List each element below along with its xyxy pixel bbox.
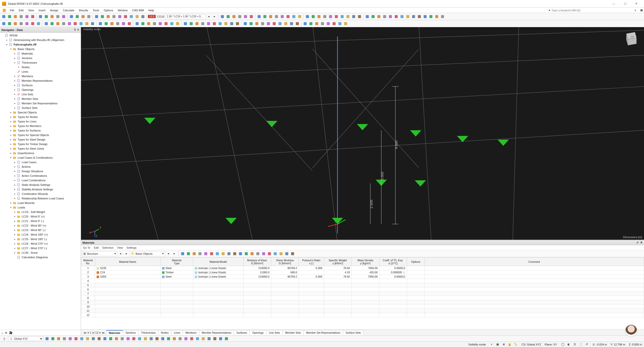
table-nav2-next-button[interactable]: ▸ — [172, 251, 177, 256]
tb2-a-btn-5[interactable] — [30, 21, 35, 26]
menu-tools[interactable]: Tools — [90, 8, 101, 13]
tree-types-for-steel-joints[interactable]: ▸Types for Steel Joints — [0, 146, 81, 151]
tb-extra-btn-11[interactable] — [428, 14, 434, 19]
table-nav-next-button[interactable]: ▸ — [124, 251, 129, 256]
tb-results-btn-5[interactable] — [249, 14, 254, 19]
tb-file-btn-2[interactable] — [13, 14, 18, 19]
menu-help[interactable]: Help — [146, 8, 156, 13]
bb-btn-8[interactable] — [91, 336, 96, 341]
tb-results-btn-2[interactable] — [231, 14, 237, 19]
tree-members[interactable]: ▸Members — [0, 74, 81, 78]
tb2-d-btn-4[interactable] — [157, 21, 163, 26]
tb-edit-btn-0[interactable] — [38, 14, 43, 19]
tb-filter-btn-8[interactable] — [351, 14, 356, 19]
menu-file[interactable]: File — [8, 8, 17, 13]
table-menu-selection[interactable]: Selection — [102, 246, 113, 249]
tree-special-objects[interactable]: ▸Special Objects — [0, 110, 81, 115]
table-row-empty[interactable]: 7 — [81, 292, 644, 296]
bb-btn-5[interactable] — [73, 336, 79, 341]
keyword-search[interactable]: ▸ — [549, 9, 592, 12]
tree-dimensioning-with-results-rf6-allgemein[interactable]: ▸Dimensioning with Results.rf6 | Allgeme… — [0, 38, 81, 42]
tb-extra-btn-9[interactable] — [417, 14, 422, 19]
status-snap-icon[interactable]: ⌖ — [489, 342, 494, 347]
window-close-button[interactable]: ✕ — [631, 0, 642, 8]
tb2-e-btn-3[interactable] — [200, 21, 206, 26]
status-lock-icon[interactable]: 🔒 — [507, 342, 512, 347]
tb2-c-btn-1[interactable] — [103, 21, 109, 26]
tree-load-wizards[interactable]: ▸Load Wizards — [0, 201, 81, 205]
tb2-f-btn-5[interactable] — [271, 21, 277, 26]
col-material-no[interactable]: MaterialNo. — [81, 257, 95, 266]
tree-lc22-wind-90-[interactable]: ▸LC22 - Wind 90° (+) — [0, 223, 81, 228]
tree-load-cases[interactable]: ▸Load Cases — [0, 160, 81, 164]
tb-filter-btn-9[interactable] — [357, 14, 362, 19]
tb2-f-btn-1[interactable] — [248, 21, 254, 26]
status-misc4-icon[interactable]: ⬚ — [579, 342, 583, 347]
table-tab-surfaces[interactable]: Surfaces — [234, 330, 250, 335]
tb-filter-btn-3[interactable] — [322, 14, 328, 19]
tp-tool-btn-7[interactable] — [220, 251, 226, 256]
menu-results[interactable]: Results — [77, 8, 91, 13]
tb-file-btn-3[interactable] — [18, 14, 24, 19]
tb2-b-btn-3[interactable] — [61, 21, 66, 26]
tb-display-btn-5[interactable] — [285, 14, 291, 19]
tree-materials[interactable]: ▸Materials — [0, 51, 81, 56]
bb-btn-0[interactable] — [44, 336, 50, 341]
navigator-pin-icon[interactable]: ⚲ — [74, 28, 76, 31]
tb-file-btn-0[interactable] — [1, 14, 7, 19]
tb-filter-btn-4[interactable] — [328, 14, 333, 19]
tp-tool-btn-9[interactable] — [232, 251, 237, 256]
tp-tool-btn-18[interactable] — [284, 251, 290, 256]
menu-insert[interactable]: Insert — [36, 8, 48, 13]
bb-btn-10[interactable] — [102, 336, 108, 341]
tb2-d-btn-1[interactable] — [140, 21, 146, 26]
load-combo-expression[interactable]: 1.35 * LC10 + 1.50 * LC20 + 0... — [166, 14, 206, 19]
tb-results-btn-1[interactable] — [225, 14, 231, 19]
table-tab-sections[interactable]: Sections — [123, 330, 138, 335]
tb2-c-btn-0[interactable] — [98, 21, 103, 26]
tab-first-button[interactable]: ⏮ — [84, 331, 86, 334]
tb2-b-btn-8[interactable] — [90, 21, 95, 26]
menu-assign[interactable]: Assign — [48, 8, 61, 13]
table-row[interactable]: 1S235SteelIsotropic | Linear Elastic2100… — [81, 266, 644, 270]
tb-edit-btn-1[interactable] — [44, 14, 49, 19]
bb-btn-28[interactable] — [206, 336, 212, 341]
tree-lc21-wind-0-[interactable]: ▸LC21 - Wind 0° (-) — [0, 219, 81, 223]
tree-types-for-nodes[interactable]: ▸Types for Nodes — [0, 115, 81, 119]
tree-surfaces[interactable]: ▸Surfaces — [0, 83, 81, 88]
tb-extra-btn-0[interactable] — [365, 14, 370, 19]
tree-types-for-surfaces[interactable]: ▸Types for Surfaces — [0, 128, 81, 133]
table-row-empty[interactable]: 9 — [81, 300, 644, 305]
tb2-b-btn-4[interactable] — [67, 21, 72, 26]
tb-filter-btn-1[interactable] — [310, 14, 316, 19]
nav-tab-data-icon[interactable]: ⌂ — [2, 331, 3, 334]
tree-stability-analysis-settings[interactable]: ▸Stability Analysis Settings — [0, 187, 81, 192]
window-minimize-button[interactable]: — — [608, 0, 619, 8]
table-panel-max-icon[interactable]: ⤢ — [636, 241, 639, 244]
tb-file-btn-4[interactable] — [24, 14, 30, 19]
tb2-f-btn-0[interactable] — [243, 21, 248, 26]
table-tab-thicknesses[interactable]: Thicknesses — [138, 330, 158, 335]
tp-tool-btn-1[interactable] — [186, 251, 191, 256]
tree-lc20-wind-0-[interactable]: ▸LC20 - Wind 0° (+) — [0, 214, 81, 219]
tb-filter-btn-2[interactable] — [316, 14, 322, 19]
tb-view-btn-0[interactable] — [94, 14, 99, 19]
tb2-d-btn-2[interactable] — [146, 21, 151, 26]
bb-btn-14[interactable] — [125, 336, 131, 341]
tb-extra-btn-12[interactable] — [434, 14, 439, 19]
table-tab-member-sets[interactable]: Member Sets — [283, 330, 304, 335]
tb-display-btn-4[interactable] — [279, 14, 285, 19]
tab-next-button[interactable]: ▸ — [99, 331, 101, 334]
tb-view-btn-4[interactable] — [117, 14, 123, 19]
tb2-b-btn-7[interactable] — [84, 21, 90, 26]
tree-combination-wizards[interactable]: ▸Combination Wizards — [0, 192, 81, 196]
table-row-empty[interactable]: 8 — [81, 296, 644, 300]
tree-static-analysis-settings[interactable]: ▸Static Analysis Settings — [0, 183, 81, 187]
tree-calculation-diagrams[interactable]: Calculation Diagrams — [0, 255, 81, 259]
assistant-avatar[interactable] — [625, 325, 637, 336]
tb2-g-btn-7[interactable] — [343, 21, 348, 26]
col-material-model[interactable]: Material Model — [193, 257, 244, 266]
tree-lc23-wind-90-[interactable]: ▸LC23 - Wind 90° (-) — [0, 228, 81, 232]
bb-btn-27[interactable] — [200, 336, 206, 341]
tb2-a-btn-4[interactable] — [24, 21, 30, 26]
